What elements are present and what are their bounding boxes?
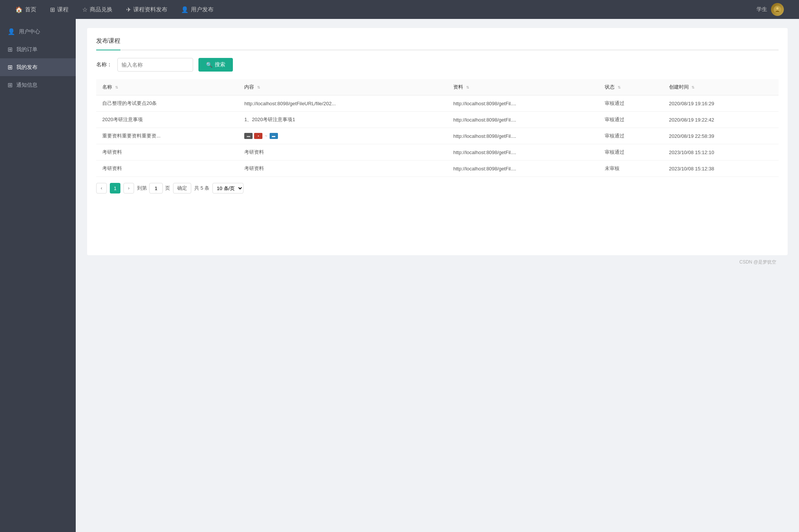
cell-name: 2020考研注意事项 [96,112,238,128]
page-size-select[interactable]: 10 条/页 20 条/页 50 条/页 [212,183,243,193]
sidebar-item-my-publish[interactable]: ⊞ 我的发布 [0,58,76,76]
cell-name: 考研资料 [96,144,238,161]
nav-shop[interactable]: ☆ 商品兑换 [82,5,112,15]
search-bar: 名称： 🔍 搜索 [96,58,779,72]
notifications-icon: ⊞ [8,81,12,89]
main-content: 发布课程 名称： 🔍 搜索 名称 ⇅ [76,19,799,532]
thumb-blue-icon: ▬ [270,133,278,139]
cell-created-at: 2023/10/08 15:12:10 [663,144,779,161]
cell-resource: http://localhost:8098/getFil.... [447,95,599,112]
shop-icon: ☆ [82,6,87,13]
nav-home-label: 首页 [25,6,36,13]
orders-icon: ⊞ [8,46,12,53]
page-label: 页 [165,185,170,192]
course-icon: ⊞ [50,6,55,13]
thumb-red-icon: ▪ [254,133,262,139]
page-goto: 到第 页 [137,183,170,193]
cell-created-at: 2020/08/19 22:58:39 [663,128,779,144]
cell-created-at: 2023/10/08 15:12:38 [663,161,779,177]
table-row: 自己整理的考试要点20条http://localhost:8098/getFil… [96,95,779,112]
page-prev-button[interactable]: ‹ [96,183,107,193]
page-current: 1 [110,183,120,193]
nav-shop-label: 商品兑换 [90,6,112,13]
search-btn-label: 搜索 [215,61,225,68]
col-content: 内容 ⇅ [238,79,447,95]
cell-status: 审核通过 [599,144,663,161]
cell-name: 重要资料重要资料重要资... [96,128,238,144]
search-input[interactable] [117,58,193,72]
search-icon: 🔍 [206,62,212,68]
col-created-at: 创建时间 ⇅ [663,79,779,95]
tab-publish-course[interactable]: 发布课程 [96,37,120,50]
publish-sidebar-icon: ⊞ [8,64,12,71]
col-status: 状态 ⇅ [599,79,663,95]
layout: 👤 用户中心 ⊞ 我的订单 ⊞ 我的发布 ⊞ 通知信息 发布课程 名称： [0,19,799,532]
page-card: 发布课程 名称： 🔍 搜索 名称 ⇅ [87,28,788,255]
cell-resource: http://localhost:8098/getFil.... [447,144,599,161]
pagination: ‹ 1 › 到第 页 确定 共 5 条 10 条/页 20 条/页 50 条/页 [96,183,779,193]
sidebar-label-my-publish: 我的发布 [16,64,37,71]
search-button[interactable]: 🔍 搜索 [198,58,233,72]
thumb-dark-icon: ▬ [244,133,253,139]
data-table: 名称 ⇅ 内容 ⇅ 资料 ⇅ 状态 ⇅ [96,79,779,177]
cell-content: 考研资料 [238,161,447,177]
user-publish-icon: 👤 [181,6,189,13]
sort-icon-status[interactable]: ⇅ [618,85,621,89]
nav-publish[interactable]: ✈ 课程资料发布 [126,5,167,15]
col-name: 名称 ⇅ [96,79,238,95]
cell-name: 自己整理的考试要点20条 [96,95,238,112]
top-nav: 🏠 首页 ⊞ 课程 ☆ 商品兑换 ✈ 课程资料发布 👤 用户发布 学生 [0,0,799,19]
user-label: 学生 [757,6,767,13]
cell-content: 考研资料 [238,144,447,161]
sort-icon-content[interactable]: ⇅ [257,85,260,89]
sidebar-item-my-orders[interactable]: ⊞ 我的订单 [0,41,76,58]
page-confirm-button[interactable]: 确定 [173,183,191,193]
nav-course[interactable]: ⊞ 课程 [50,5,69,15]
sidebar-label-user-center: 用户中心 [19,28,40,35]
home-icon: 🏠 [15,6,23,13]
table-row: 考研资料考研资料http://localhost:8098/getFil....… [96,144,779,161]
tab-header: 发布课程 [96,37,779,50]
cell-resource: http://localhost:8098/getFil.... [447,112,599,128]
nav-user-publish-label: 用户发布 [191,6,214,13]
nav-home[interactable]: 🏠 首页 [15,5,36,15]
footer: CSDN @是梦犹空 [87,255,788,269]
sidebar-item-notifications[interactable]: ⊞ 通知信息 [0,76,76,94]
page-next-button[interactable]: › [123,183,134,193]
page-total: 共 5 条 [194,185,209,192]
cell-content: 1、2020考研注意事项1 [238,112,447,128]
table-header: 名称 ⇅ 内容 ⇅ 资料 ⇅ 状态 ⇅ [96,79,779,95]
search-label: 名称： [96,61,112,68]
page-goto-input[interactable] [149,183,163,193]
cell-resource: http://localhost:8098/getFil.... [447,128,599,144]
table-body: 自己整理的考试要点20条http://localhost:8098/getFil… [96,95,779,177]
sort-icon-name[interactable]: ⇅ [115,85,118,89]
sidebar-label-notifications: 通知信息 [16,82,37,89]
table-row: 2020考研注意事项1、2020考研注意事项1http://localhost:… [96,112,779,128]
sidebar-item-user-center[interactable]: 👤 用户中心 [0,23,76,41]
cell-status: 审核通过 [599,112,663,128]
thumb-group: ▬ ▪ ~ ▬ [244,133,441,139]
publish-icon: ✈ [126,6,131,13]
table-row: 考研资料考研资料http://localhost:8098/getFil....… [96,161,779,177]
nav-course-label: 课程 [57,6,69,13]
col-resource: 资料 ⇅ [447,79,599,95]
goto-label: 到第 [137,185,147,192]
nav-user-publish[interactable]: 👤 用户发布 [181,5,214,15]
connector-icon: ~ [265,134,267,138]
avatar[interactable] [771,3,784,16]
cell-status: 审核通过 [599,128,663,144]
table-row: 重要资料重要资料重要资... ▬ ▪ ~ ▬ http://localhost:… [96,128,779,144]
cell-created-at: 2020/08/19 19:16:29 [663,95,779,112]
sidebar: 👤 用户中心 ⊞ 我的订单 ⊞ 我的发布 ⊞ 通知信息 [0,19,76,532]
nav-publish-label: 课程资料发布 [133,6,167,13]
svg-point-1 [776,7,779,9]
cell-created-at: 2020/08/19 19:22:42 [663,112,779,128]
sort-icon-created-at[interactable]: ⇅ [691,85,694,89]
cell-name: 考研资料 [96,161,238,177]
sidebar-label-my-orders: 我的订单 [16,46,37,53]
sort-icon-resource[interactable]: ⇅ [466,85,469,89]
cell-content: http://localhost:8098/getFileURL/file/20… [238,95,447,112]
cell-status: 审核通过 [599,95,663,112]
top-nav-right: 学生 [757,3,784,16]
